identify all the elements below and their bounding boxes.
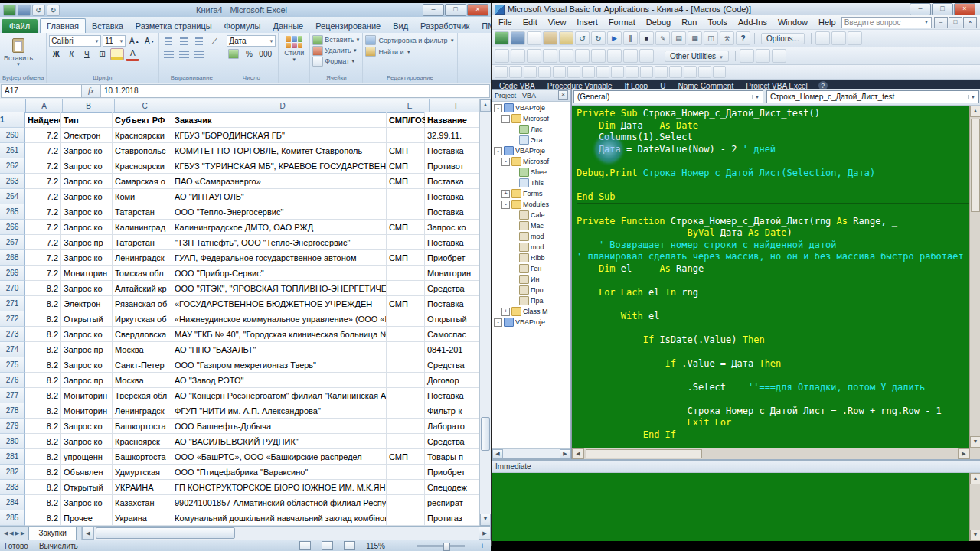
close-button[interactable]: × (467, 4, 488, 16)
scroll-thumb[interactable] (481, 417, 490, 451)
cell[interactable]: 8.2 (25, 281, 61, 296)
cell[interactable]: Коми (113, 189, 172, 204)
cell[interactable]: Поставка (425, 204, 480, 220)
tool-icon[interactable] (669, 66, 682, 78)
object-browser-icon[interactable] (704, 31, 718, 45)
tool-icon[interactable] (626, 66, 639, 78)
scroll-down-icon[interactable]: ▼ (970, 436, 980, 448)
code-line[interactable]: Dim el As Range (577, 263, 969, 276)
cell[interactable] (387, 373, 425, 388)
cell[interactable]: Запрос ко (61, 158, 113, 174)
row-header[interactable]: 284 (0, 495, 25, 510)
cell[interactable]: Запрос ко (61, 327, 113, 342)
row-header[interactable]: 270 (0, 281, 25, 296)
project-explorer-icon[interactable] (671, 31, 686, 45)
row-header[interactable]: 1 (0, 112, 25, 128)
tree-item[interactable]: Shee (492, 167, 570, 178)
name-box[interactable]: A17 (1, 84, 82, 98)
cell[interactable]: 990241001857 Алматинский областной филиа… (172, 495, 387, 510)
cell[interactable]: Красноярск (113, 434, 172, 449)
row-header[interactable]: 266 (0, 220, 25, 235)
tree-item[interactable]: Пра (492, 295, 570, 306)
break-icon[interactable] (623, 31, 638, 45)
cell[interactable]: «ГОСУДАРСТВЕННОЕ БЮДЖЕТНОЕ УЧРЕЖДЕН (172, 296, 387, 311)
row-header[interactable]: 272 (0, 311, 25, 327)
tree-item[interactable]: - Modules (492, 199, 570, 210)
row-header[interactable]: 283 (0, 480, 25, 495)
cell[interactable]: ФГУП "НИТИ им. А.П. Александрова" (172, 403, 387, 419)
cell[interactable]: 8.2 (25, 449, 61, 465)
cell[interactable]: АО "Концерн Росэнергоатом" филиал "Калин… (172, 388, 387, 403)
cell[interactable]: 8.2 (25, 434, 61, 449)
cell[interactable]: Рязанская об (113, 296, 172, 311)
cell[interactable]: Томская обл (113, 266, 172, 281)
copy-icon[interactable] (527, 31, 541, 45)
cell[interactable]: Запрос ко (425, 220, 480, 235)
number-format-select[interactable]: Дата▼ (227, 35, 276, 47)
cell[interactable]: 7.2 (25, 174, 61, 189)
chevron-down-icon[interactable]: ▼ (924, 20, 929, 24)
tool-icon[interactable] (848, 31, 862, 45)
code-editor[interactable]: Private Sub Строка_Номер_с_Датой_Лист_te… (572, 106, 969, 448)
cell[interactable]: Фильтр-к (425, 403, 480, 419)
menu-item[interactable]: Format (603, 18, 641, 27)
cell[interactable]: Поставка (425, 174, 480, 189)
tool-icon[interactable] (543, 49, 557, 63)
align-middle-button[interactable] (177, 35, 191, 47)
cell[interactable]: Поставка (425, 388, 480, 403)
cell[interactable] (387, 480, 425, 495)
find-select-button[interactable]: Найти и▼ (365, 46, 454, 57)
save-icon[interactable] (511, 31, 525, 45)
tool-icon[interactable] (607, 49, 622, 63)
cell[interactable]: Мониторин (61, 403, 113, 419)
cell[interactable]: Поставка (425, 296, 480, 311)
redo-icon[interactable] (591, 31, 606, 45)
formula-input[interactable]: 10.1.2018 (101, 84, 490, 98)
cell[interactable]: СМП (387, 449, 425, 465)
cell[interactable]: Запрос пр (61, 373, 113, 388)
cell[interactable]: 7.2 (25, 250, 61, 266)
tool-icon[interactable] (495, 66, 508, 78)
excel-titlebar[interactable]: Книга4 - Microsoft Excel – □ × (0, 3, 491, 17)
column-header[interactable]: A (26, 99, 63, 113)
align-center-button[interactable] (177, 48, 191, 60)
cell[interactable]: Договор (425, 373, 480, 388)
tool-icon[interactable] (591, 49, 606, 63)
scroll-down-icon[interactable]: ▼ (480, 514, 491, 526)
cell[interactable]: 32.99.11. (425, 128, 480, 143)
cell[interactable]: 7.2 (25, 158, 61, 174)
code-line[interactable]: Columns(1).Select (577, 132, 969, 144)
cell[interactable]: Электрон (61, 296, 113, 311)
cell[interactable] (387, 235, 425, 250)
close-button[interactable]: × (963, 17, 977, 28)
cell[interactable]: Самарская о (113, 174, 172, 189)
code-line[interactable]: .Select ''===для Отладки, потом У далить (577, 382, 969, 394)
tree-item[interactable]: - VBAProje (492, 317, 570, 328)
ribbon-tab[interactable]: Вставка (86, 19, 129, 33)
cell[interactable]: Запрос пр (61, 342, 113, 357)
cell[interactable]: Комунальний дошкільний навчальний заклад… (172, 510, 387, 526)
code-line[interactable]: Exit For (577, 417, 969, 429)
paste-button[interactable]: Вставить ▼ (2, 34, 34, 70)
cell[interactable]: Лаборато (425, 419, 480, 434)
cell[interactable]: КГБУЗ "ТУРИНСКАЯ МБ", КРАЕВОЕ ГОСУДАРСТВ… (172, 158, 387, 174)
row-header[interactable]: 278 (0, 403, 25, 419)
cell[interactable]: МАУ "ГКБ № 40", "Городская клиническая б… (172, 327, 387, 342)
cell[interactable]: Поставка (425, 235, 480, 250)
cell[interactable] (387, 311, 425, 327)
tree-item[interactable]: Эта (492, 135, 570, 145)
chevron-down-icon[interactable]: ▼ (968, 95, 975, 99)
menu-item[interactable]: Run (676, 18, 702, 27)
code-line[interactable] (577, 322, 969, 334)
undo-icon[interactable] (575, 31, 590, 45)
cell[interactable]: 8.2 (25, 311, 61, 327)
scroll-down-icon[interactable]: ▼ (970, 530, 980, 541)
menu-item[interactable]: Edit (518, 18, 543, 27)
cell[interactable]: Запрос пр (61, 235, 113, 250)
menu-item[interactable]: Window (773, 18, 813, 27)
ribbon-tab[interactable]: Главная (40, 18, 86, 33)
code-line[interactable] (577, 179, 969, 191)
code-line[interactable] (577, 155, 969, 168)
menu-item[interactable]: Add-Ins (733, 18, 773, 27)
delete-cells-button[interactable]: Удалить▼ (312, 45, 360, 56)
